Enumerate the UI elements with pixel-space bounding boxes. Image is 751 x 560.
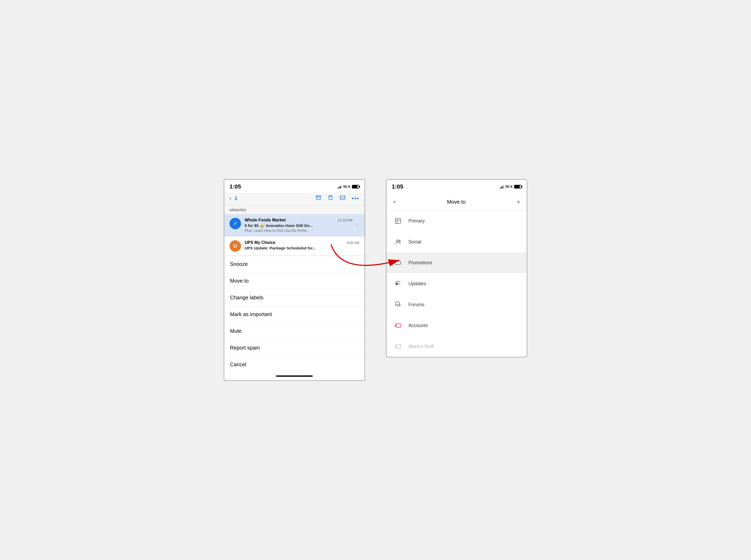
move-to-title: Move to — [447, 199, 465, 205]
alumni-stuff-icon — [393, 341, 403, 352]
updates-label: Updates — [408, 281, 426, 286]
star-icon-1[interactable]: ☆ — [355, 222, 359, 228]
mail-icon[interactable] — [340, 195, 345, 202]
left-toolbar: ‹ 1 — [224, 193, 365, 205]
email-subject-1: 5 for $5 🥑 Avocados Have Still Go... — [245, 223, 352, 228]
promotions-label: Promotions — [408, 260, 432, 266]
right-signal-icon — [500, 185, 504, 188]
email-item-2[interactable]: U UPS My Choice 9:02 AM UPS Update: Pack… — [224, 237, 365, 256]
snooze-option[interactable]: Snooze — [224, 256, 365, 273]
primary-label: Primary — [408, 218, 425, 224]
mark-important-option[interactable]: Mark as important — [224, 306, 365, 323]
archive-icon[interactable] — [315, 195, 321, 202]
category-social[interactable]: Social — [386, 232, 527, 252]
category-alumni-stuff[interactable]: Alumni Stuff — [386, 336, 527, 357]
updates-icon — [393, 278, 403, 289]
change-labels-option[interactable]: Change labels — [224, 289, 365, 306]
svg-rect-1 — [340, 196, 345, 200]
avatar-1: ✓ — [230, 218, 241, 229]
accounts-label: Accounts — [408, 323, 428, 328]
back-button[interactable]: ‹ — [230, 195, 231, 202]
close-button[interactable]: × — [393, 199, 396, 205]
primary-icon — [393, 216, 403, 226]
cancel-option[interactable]: Cancel — [224, 356, 365, 373]
email-time-2: 9:02 AM — [347, 241, 359, 245]
right-battery-icon — [514, 185, 521, 188]
network-label: 5G E — [343, 185, 350, 188]
forums-label: Forums — [408, 302, 424, 307]
left-status-icons: 5G E — [338, 185, 359, 188]
right-time: 1:05 — [392, 183, 403, 190]
alumni-stuff-label: Alumni Stuff — [408, 344, 434, 349]
home-bar — [276, 376, 313, 377]
selection-count: 1 — [234, 195, 237, 201]
right-status-bar: 1:05 5G E — [386, 180, 527, 193]
category-promotions[interactable]: Promotions — [386, 252, 527, 273]
email-header-2: UPS My Choice 9:02 AM — [245, 240, 359, 245]
add-button[interactable]: + — [517, 198, 520, 206]
right-phone: 1:05 5G E × Move to + — [386, 179, 527, 357]
email-item-1[interactable]: ✓ Whole Foods Market 12:15 PM 5 for $5 🥑… — [224, 214, 365, 237]
category-updates[interactable]: Updates — [386, 273, 527, 294]
svg-rect-6 — [396, 283, 398, 285]
home-indicator — [224, 373, 365, 380]
email-sender-1: Whole Foods Market — [245, 218, 286, 222]
avatar-2: U — [230, 240, 241, 252]
context-menu: Snooze Move to Change labels Mark as imp… — [224, 256, 365, 373]
trash-icon[interactable] — [328, 195, 333, 202]
section-label: UPDATES — [224, 205, 365, 214]
email-content-2: UPS My Choice 9:02 AM UPS Update: Packag… — [245, 240, 359, 251]
email-subject-2: UPS Update: Package Scheduled for... — [245, 246, 359, 250]
right-network-label: 5G E — [505, 185, 513, 188]
email-preview-1: Plus, Learn How to Pick Out the Perfe... — [245, 228, 352, 233]
left-phone: 1:05 5G E ‹ 1 — [224, 179, 365, 381]
svg-point-5 — [399, 240, 400, 241]
toolbar-actions: ••• — [315, 195, 359, 202]
category-forums[interactable]: Forums — [386, 294, 527, 315]
left-status-bar: 1:05 5G E — [224, 180, 365, 193]
category-primary[interactable]: Primary — [386, 211, 527, 232]
battery-icon — [352, 185, 359, 188]
more-icon[interactable]: ••• — [352, 195, 359, 202]
mute-option[interactable]: Mute — [224, 323, 365, 340]
svg-rect-7 — [396, 302, 399, 305]
social-label: Social — [408, 239, 421, 245]
email-time-1: 12:15 PM — [338, 218, 352, 222]
svg-rect-0 — [316, 196, 321, 197]
signal-icon — [338, 185, 342, 188]
category-accounts[interactable]: Accounts — [386, 315, 527, 336]
left-time: 1:05 — [230, 183, 241, 190]
svg-point-4 — [397, 240, 398, 242]
email-header-1: Whole Foods Market 12:15 PM — [245, 218, 352, 222]
category-list: Primary Social — [386, 211, 527, 357]
report-spam-option[interactable]: Report spam — [224, 340, 365, 356]
move-to-header: × Move to + — [386, 193, 527, 211]
accounts-icon — [393, 320, 403, 331]
forums-icon — [393, 299, 403, 310]
move-to-option[interactable]: Move to — [224, 273, 365, 289]
right-status-icons: 5G E — [500, 185, 521, 188]
email-sender-2: UPS My Choice — [245, 240, 275, 245]
svg-rect-3 — [396, 218, 401, 223]
promotions-icon — [393, 258, 403, 268]
social-icon — [393, 237, 403, 247]
email-content-1: Whole Foods Market 12:15 PM 5 for $5 🥑 A… — [245, 218, 352, 233]
